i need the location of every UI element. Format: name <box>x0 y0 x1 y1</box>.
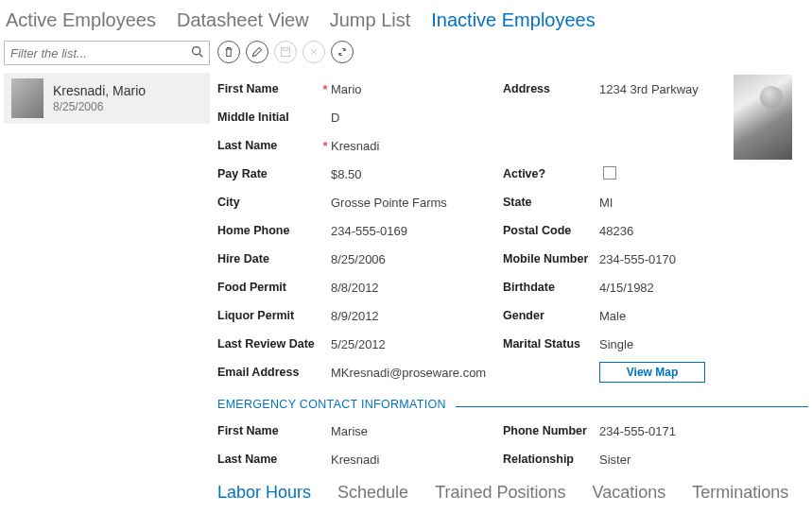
label-ec-last-name: Last Name <box>217 453 320 466</box>
list-item-name: Kresnadi, Mario <box>53 83 146 98</box>
label-ec-first-name: First Name <box>217 424 320 437</box>
label-hire-date: Hire Date <box>217 252 320 265</box>
search-button[interactable] <box>191 45 203 60</box>
pencil-icon <box>251 46 263 58</box>
tab-active-employees[interactable]: Active Employees <box>6 9 156 31</box>
label-active: Active? <box>503 167 599 180</box>
svg-line-1 <box>199 54 202 57</box>
employee-photo[interactable] <box>734 75 792 160</box>
tab-datasheet-view[interactable]: Datasheet View <box>177 9 309 31</box>
label-pay-rate: Pay Rate <box>217 167 320 180</box>
value-address[interactable]: 1234 3rd Parkway <box>599 82 699 96</box>
view-map-button[interactable]: View Map <box>599 362 705 383</box>
label-state: State <box>503 196 599 209</box>
label-liquor-permit: Liquor Permit <box>217 309 320 322</box>
list-item[interactable]: Kresnadi, Mario 8/25/2006 <box>4 73 210 124</box>
subtab-labor-hours[interactable]: Labor Hours <box>217 483 311 503</box>
top-tabs: Active Employees Datasheet View Jump Lis… <box>0 0 812 41</box>
value-last-name[interactable]: Kresnadi <box>331 139 379 153</box>
label-home-phone: Home Phone <box>217 224 320 237</box>
label-birthdate: Birthdate <box>503 281 599 294</box>
label-last-name: Last Name <box>217 139 320 152</box>
search-icon <box>191 45 203 58</box>
action-bar <box>217 41 808 63</box>
label-last-review: Last Review Date <box>217 337 320 351</box>
label-city: City <box>217 196 320 209</box>
edit-button[interactable] <box>246 41 268 63</box>
required-star: * <box>320 139 331 153</box>
section-emergency-header: EMERGENCY CONTACT INFORMATION <box>217 398 446 411</box>
value-ec-relationship[interactable]: Sister <box>599 453 631 467</box>
label-postal: Postal Code <box>503 224 599 237</box>
sync-icon <box>337 46 348 58</box>
search-input[interactable] <box>10 46 191 60</box>
label-food-permit: Food Permit <box>217 281 320 294</box>
value-home-phone[interactable]: 234-555-0169 <box>331 224 407 238</box>
value-gender[interactable]: Male <box>599 309 626 323</box>
value-marital[interactable]: Single <box>599 337 633 351</box>
value-last-review[interactable]: 5/25/2012 <box>331 337 386 351</box>
tab-inactive-employees[interactable]: Inactive Employees <box>431 9 595 31</box>
subtab-vacations[interactable]: Vacations <box>593 483 666 503</box>
save-button <box>274 41 297 63</box>
active-checkbox[interactable] <box>603 166 616 180</box>
sidebar: Kresnadi, Mario 8/25/2006 <box>0 41 217 503</box>
search-box <box>4 41 210 65</box>
value-hire-date[interactable]: 8/25/2006 <box>331 252 386 266</box>
trash-icon <box>223 46 234 58</box>
value-middle-initial[interactable]: D <box>331 111 339 125</box>
delete-button[interactable] <box>217 41 240 63</box>
value-food-permit[interactable]: 8/8/2012 <box>331 281 379 295</box>
required-star: * <box>320 82 331 96</box>
value-pay-rate[interactable]: $8.50 <box>331 167 362 181</box>
list-item-date: 8/25/2006 <box>53 100 146 113</box>
refresh-button[interactable] <box>331 41 354 63</box>
value-first-name[interactable]: Mario <box>331 82 362 96</box>
value-state[interactable]: MI <box>599 196 613 210</box>
value-mobile[interactable]: 234-555-0170 <box>599 252 676 266</box>
label-address: Address <box>503 82 599 95</box>
avatar-thumbnail <box>11 78 43 118</box>
section-divider <box>456 406 808 407</box>
sub-tabs: Labor Hours Schedule Trained Positions V… <box>217 473 808 503</box>
label-ec-relationship: Relationship <box>503 453 599 466</box>
label-marital: Marital Status <box>503 337 599 351</box>
value-city[interactable]: Grosse Pointe Farms <box>331 196 447 210</box>
detail-pane: First Name*Mario Middle InitialD Last Na… <box>217 41 812 503</box>
value-postal[interactable]: 48236 <box>599 224 633 238</box>
label-email: Email Address <box>217 366 320 379</box>
subtab-terminations[interactable]: Terminations <box>692 483 788 503</box>
label-mobile: Mobile Number <box>503 252 599 265</box>
subtab-schedule[interactable]: Schedule <box>337 483 408 503</box>
cancel-button <box>302 41 325 63</box>
value-liquor-permit[interactable]: 8/9/2012 <box>331 309 379 323</box>
svg-rect-2 <box>282 48 290 57</box>
svg-rect-3 <box>284 48 288 51</box>
label-ec-phone: Phone Number <box>503 424 599 437</box>
close-icon <box>308 46 320 58</box>
value-birthdate[interactable]: 4/15/1982 <box>599 281 654 295</box>
label-first-name: First Name <box>217 82 320 95</box>
value-email[interactable]: MKresnadi@proseware.com <box>331 366 486 380</box>
value-ec-first-name[interactable]: Marise <box>331 424 368 438</box>
subtab-trained-positions[interactable]: Trained Positions <box>435 483 565 503</box>
label-gender: Gender <box>503 309 599 322</box>
save-icon <box>280 46 291 58</box>
value-ec-last-name[interactable]: Kresnadi <box>331 453 379 467</box>
value-ec-phone[interactable]: 234-555-0171 <box>599 424 676 438</box>
label-middle-initial: Middle Initial <box>217 111 320 124</box>
svg-point-0 <box>193 47 200 55</box>
tab-jump-list[interactable]: Jump List <box>330 9 411 31</box>
